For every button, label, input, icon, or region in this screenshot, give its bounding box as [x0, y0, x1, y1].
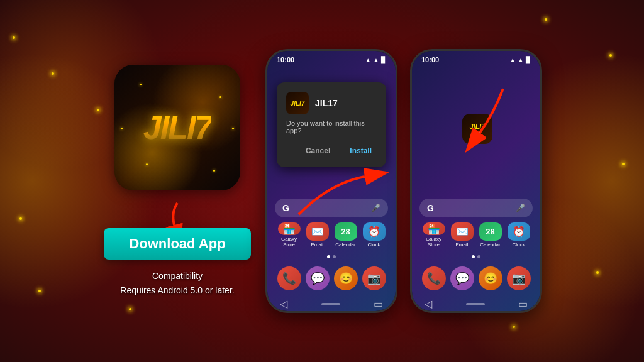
home-button-right[interactable]: [466, 303, 485, 305]
app-title-icon: JILI7: [143, 109, 212, 146]
dialog-title: JIL17: [315, 98, 338, 108]
wifi-icon: ▲: [365, 57, 371, 63]
dock-row-right: 📞 💬 😊 📷: [412, 261, 540, 295]
dock-camera-icon-middle[interactable]: 📷: [362, 266, 386, 290]
dock-phone-icon-right[interactable]: 📞: [422, 266, 446, 290]
clock-icon-right: ⏰: [508, 222, 530, 241]
clock-label-right: Clock: [512, 242, 525, 248]
status-time-right: 10:00: [421, 56, 439, 63]
signal-icon-right: ▲: [518, 57, 524, 63]
dot-inactive-right: [477, 255, 480, 258]
dot-inactive: [333, 255, 336, 258]
dock-social-icon-right[interactable]: 😊: [479, 266, 502, 290]
dialog-app-icon-text: JILI7: [291, 100, 305, 107]
galaxy-store-label-middle: Galaxy Store: [277, 236, 302, 248]
page-dots-right: [412, 253, 540, 261]
dock-row-middle: 📞 💬 😊 📷: [267, 261, 396, 295]
app-icon-container: JILI7: [114, 65, 240, 190]
back-nav-icon-right[interactable]: ◁: [425, 298, 432, 310]
email-label-middle: Email: [311, 242, 323, 248]
compatibility-text: Compatibility Requires Android 5.0 or la…: [120, 269, 234, 297]
phone-mockup-middle: 10:00 ▲ ▲ ▊ JILI7 JIL17 Do you want to i…: [265, 49, 397, 313]
search-bar-right[interactable]: G 🎤: [419, 199, 533, 217]
galaxy-store-label-right: Galaxy Store: [421, 236, 447, 248]
phone-screen-right: 10:00 ▲ ▲ ▊ JILI7 Jili7: [412, 51, 540, 311]
dot-active: [327, 255, 330, 258]
battery-icon-right: ▊: [526, 57, 531, 63]
main-content: JILI7 Download App Compatibility Require…: [0, 0, 644, 362]
calendar-icon-right: 28: [479, 222, 502, 241]
app-icon-clock-right[interactable]: ⏰ Clock: [506, 222, 531, 248]
email-icon-right: ✉️: [451, 222, 474, 241]
red-arrow-down-icon: [158, 200, 196, 231]
dock-message-icon-middle[interactable]: 💬: [306, 266, 330, 290]
phone-mockup-right: 10:00 ▲ ▲ ▊ JILI7 Jili7: [410, 49, 542, 313]
signal-icon: ▲: [373, 57, 379, 63]
status-bar-right: 10:00 ▲ ▲ ▊: [412, 51, 540, 66]
wifi-icon-right: ▲: [509, 57, 516, 63]
dock-message-icon-right[interactable]: 💬: [450, 266, 474, 290]
home-button-middle[interactable]: [321, 303, 340, 305]
recents-nav-icon-right[interactable]: ▭: [518, 298, 528, 310]
clock-label-middle: Clock: [367, 242, 380, 248]
back-nav-icon-middle[interactable]: ◁: [280, 298, 287, 310]
red-arrow-desktop-icon: [412, 76, 540, 177]
left-panel: JILI7 Download App Compatibility Require…: [102, 65, 253, 297]
calendar-label-middle: Calendar: [335, 242, 355, 248]
red-arrow-install-icon: [267, 107, 396, 233]
email-label-right: Email: [455, 242, 468, 248]
dot-active-right: [472, 255, 475, 258]
app-grid-right: 🏪 Galaxy Store ✉️ Email 28 Calendar ⏰ Cl…: [412, 222, 540, 253]
dock-phone-icon-middle[interactable]: 📞: [277, 266, 301, 290]
app-icon-email-right[interactable]: ✉️ Email: [450, 222, 475, 248]
recents-nav-icon-middle[interactable]: ▭: [374, 298, 383, 310]
phone-screen-middle: 10:00 ▲ ▲ ▊ JILI7 JIL17 Do you want to i…: [267, 51, 396, 311]
dock-camera-icon-right[interactable]: 📷: [507, 266, 531, 290]
status-time-middle: 10:00: [277, 56, 294, 63]
nav-bar-middle: ◁ ▭: [267, 295, 396, 311]
battery-icon: ▊: [381, 57, 386, 63]
status-bar-middle: 10:00 ▲ ▲ ▊: [267, 51, 396, 66]
app-icon-galaxy-store-right[interactable]: 🏪 Galaxy Store: [421, 222, 447, 248]
microphone-icon-right: 🎤: [516, 204, 525, 212]
status-icons-middle: ▲ ▲ ▊: [365, 57, 386, 63]
galaxy-store-icon-right: 🏪: [423, 222, 445, 235]
app-icon-calendar-right[interactable]: 28 Calendar: [478, 222, 503, 248]
download-app-button[interactable]: Download App: [104, 228, 250, 260]
dock-social-icon-middle[interactable]: 😊: [334, 266, 358, 290]
status-icons-right: ▲ ▲ ▊: [509, 57, 531, 63]
google-g-logo-right: G: [427, 203, 434, 213]
page-dots-middle: [267, 253, 396, 261]
calendar-label-right: Calendar: [480, 242, 500, 248]
nav-bar-right: ◁ ▭: [412, 295, 540, 311]
